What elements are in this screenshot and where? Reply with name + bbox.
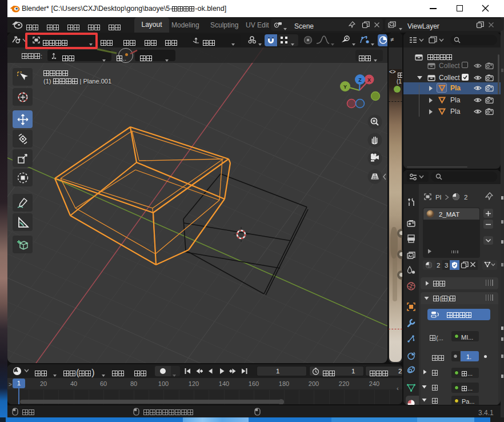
svg-text:X: X [367, 77, 371, 83]
svg-text:Y: Y [343, 84, 347, 90]
svg-text:Z: Z [358, 77, 362, 83]
